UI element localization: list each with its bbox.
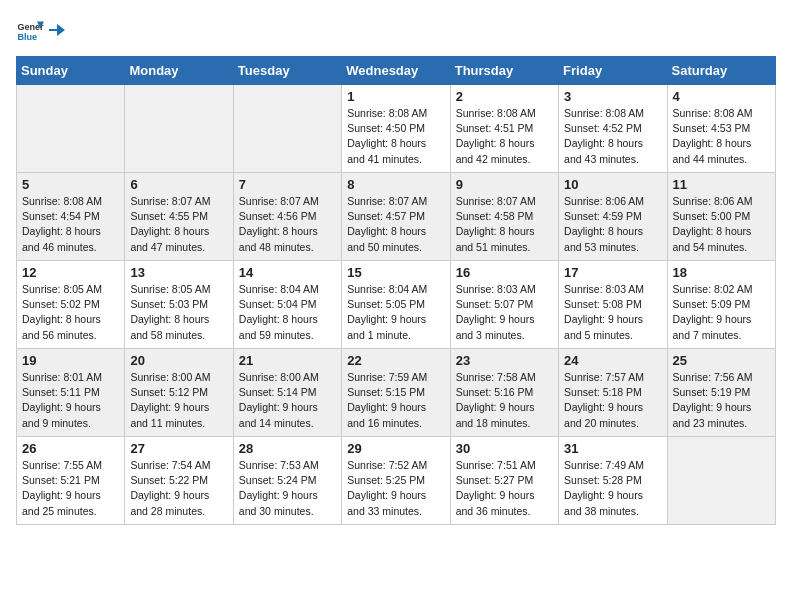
day-number: 1 (347, 89, 444, 104)
day-info: Sunrise: 8:07 AM Sunset: 4:56 PM Dayligh… (239, 194, 336, 255)
day-info: Sunrise: 8:08 AM Sunset: 4:54 PM Dayligh… (22, 194, 119, 255)
day-info: Sunrise: 8:00 AM Sunset: 5:14 PM Dayligh… (239, 370, 336, 431)
day-info: Sunrise: 7:54 AM Sunset: 5:22 PM Dayligh… (130, 458, 227, 519)
day-info: Sunrise: 8:08 AM Sunset: 4:50 PM Dayligh… (347, 106, 444, 167)
day-cell: 28Sunrise: 7:53 AM Sunset: 5:24 PM Dayli… (233, 437, 341, 525)
day-number: 11 (673, 177, 770, 192)
day-number: 27 (130, 441, 227, 456)
header-day-wednesday: Wednesday (342, 57, 450, 85)
day-number: 6 (130, 177, 227, 192)
header-day-thursday: Thursday (450, 57, 558, 85)
day-info: Sunrise: 7:49 AM Sunset: 5:28 PM Dayligh… (564, 458, 661, 519)
day-cell: 15Sunrise: 8:04 AM Sunset: 5:05 PM Dayli… (342, 261, 450, 349)
day-info: Sunrise: 8:05 AM Sunset: 5:02 PM Dayligh… (22, 282, 119, 343)
day-number: 14 (239, 265, 336, 280)
day-cell: 13Sunrise: 8:05 AM Sunset: 5:03 PM Dayli… (125, 261, 233, 349)
day-cell: 18Sunrise: 8:02 AM Sunset: 5:09 PM Dayli… (667, 261, 775, 349)
day-info: Sunrise: 8:07 AM Sunset: 4:55 PM Dayligh… (130, 194, 227, 255)
week-row-1: 1Sunrise: 8:08 AM Sunset: 4:50 PM Daylig… (17, 85, 776, 173)
day-cell: 27Sunrise: 7:54 AM Sunset: 5:22 PM Dayli… (125, 437, 233, 525)
day-number: 28 (239, 441, 336, 456)
day-cell (17, 85, 125, 173)
day-cell: 1Sunrise: 8:08 AM Sunset: 4:50 PM Daylig… (342, 85, 450, 173)
day-cell: 21Sunrise: 8:00 AM Sunset: 5:14 PM Dayli… (233, 349, 341, 437)
day-cell: 20Sunrise: 8:00 AM Sunset: 5:12 PM Dayli… (125, 349, 233, 437)
day-number: 7 (239, 177, 336, 192)
day-number: 3 (564, 89, 661, 104)
logo: General Blue (16, 16, 66, 44)
calendar-body: 1Sunrise: 8:08 AM Sunset: 4:50 PM Daylig… (17, 85, 776, 525)
day-info: Sunrise: 8:04 AM Sunset: 5:05 PM Dayligh… (347, 282, 444, 343)
day-cell: 10Sunrise: 8:06 AM Sunset: 4:59 PM Dayli… (559, 173, 667, 261)
day-cell: 25Sunrise: 7:56 AM Sunset: 5:19 PM Dayli… (667, 349, 775, 437)
day-info: Sunrise: 7:56 AM Sunset: 5:19 PM Dayligh… (673, 370, 770, 431)
svg-text:Blue: Blue (17, 32, 37, 42)
day-cell: 29Sunrise: 7:52 AM Sunset: 5:25 PM Dayli… (342, 437, 450, 525)
day-cell: 8Sunrise: 8:07 AM Sunset: 4:57 PM Daylig… (342, 173, 450, 261)
day-number: 23 (456, 353, 553, 368)
day-number: 13 (130, 265, 227, 280)
day-cell: 14Sunrise: 8:04 AM Sunset: 5:04 PM Dayli… (233, 261, 341, 349)
week-row-3: 12Sunrise: 8:05 AM Sunset: 5:02 PM Dayli… (17, 261, 776, 349)
day-cell: 2Sunrise: 8:08 AM Sunset: 4:51 PM Daylig… (450, 85, 558, 173)
day-info: Sunrise: 7:55 AM Sunset: 5:21 PM Dayligh… (22, 458, 119, 519)
day-number: 19 (22, 353, 119, 368)
day-info: Sunrise: 7:52 AM Sunset: 5:25 PM Dayligh… (347, 458, 444, 519)
header: General Blue (16, 16, 776, 44)
day-number: 29 (347, 441, 444, 456)
day-number: 2 (456, 89, 553, 104)
day-number: 26 (22, 441, 119, 456)
day-cell: 11Sunrise: 8:06 AM Sunset: 5:00 PM Dayli… (667, 173, 775, 261)
day-cell: 17Sunrise: 8:03 AM Sunset: 5:08 PM Dayli… (559, 261, 667, 349)
day-cell: 12Sunrise: 8:05 AM Sunset: 5:02 PM Dayli… (17, 261, 125, 349)
day-number: 12 (22, 265, 119, 280)
day-cell: 22Sunrise: 7:59 AM Sunset: 5:15 PM Dayli… (342, 349, 450, 437)
day-info: Sunrise: 8:07 AM Sunset: 4:58 PM Dayligh… (456, 194, 553, 255)
day-info: Sunrise: 8:01 AM Sunset: 5:11 PM Dayligh… (22, 370, 119, 431)
day-cell (667, 437, 775, 525)
day-cell: 26Sunrise: 7:55 AM Sunset: 5:21 PM Dayli… (17, 437, 125, 525)
calendar-header: SundayMondayTuesdayWednesdayThursdayFrid… (17, 57, 776, 85)
day-cell: 30Sunrise: 7:51 AM Sunset: 5:27 PM Dayli… (450, 437, 558, 525)
day-number: 18 (673, 265, 770, 280)
day-number: 5 (22, 177, 119, 192)
day-number: 17 (564, 265, 661, 280)
day-number: 15 (347, 265, 444, 280)
day-number: 25 (673, 353, 770, 368)
header-day-monday: Monday (125, 57, 233, 85)
day-cell: 16Sunrise: 8:03 AM Sunset: 5:07 PM Dayli… (450, 261, 558, 349)
day-cell: 5Sunrise: 8:08 AM Sunset: 4:54 PM Daylig… (17, 173, 125, 261)
day-cell: 3Sunrise: 8:08 AM Sunset: 4:52 PM Daylig… (559, 85, 667, 173)
day-cell: 7Sunrise: 8:07 AM Sunset: 4:56 PM Daylig… (233, 173, 341, 261)
week-row-2: 5Sunrise: 8:08 AM Sunset: 4:54 PM Daylig… (17, 173, 776, 261)
day-info: Sunrise: 8:02 AM Sunset: 5:09 PM Dayligh… (673, 282, 770, 343)
day-info: Sunrise: 8:04 AM Sunset: 5:04 PM Dayligh… (239, 282, 336, 343)
day-number: 9 (456, 177, 553, 192)
day-number: 10 (564, 177, 661, 192)
header-row: SundayMondayTuesdayWednesdayThursdayFrid… (17, 57, 776, 85)
day-info: Sunrise: 8:07 AM Sunset: 4:57 PM Dayligh… (347, 194, 444, 255)
day-cell: 31Sunrise: 7:49 AM Sunset: 5:28 PM Dayli… (559, 437, 667, 525)
week-row-4: 19Sunrise: 8:01 AM Sunset: 5:11 PM Dayli… (17, 349, 776, 437)
day-info: Sunrise: 8:08 AM Sunset: 4:51 PM Dayligh… (456, 106, 553, 167)
day-cell (125, 85, 233, 173)
day-cell: 19Sunrise: 8:01 AM Sunset: 5:11 PM Dayli… (17, 349, 125, 437)
day-cell: 23Sunrise: 7:58 AM Sunset: 5:16 PM Dayli… (450, 349, 558, 437)
day-number: 8 (347, 177, 444, 192)
day-number: 24 (564, 353, 661, 368)
day-info: Sunrise: 7:51 AM Sunset: 5:27 PM Dayligh… (456, 458, 553, 519)
day-info: Sunrise: 8:03 AM Sunset: 5:08 PM Dayligh… (564, 282, 661, 343)
day-info: Sunrise: 8:08 AM Sunset: 4:52 PM Dayligh… (564, 106, 661, 167)
day-info: Sunrise: 8:00 AM Sunset: 5:12 PM Dayligh… (130, 370, 227, 431)
logo-icon: General Blue (16, 16, 44, 44)
day-number: 4 (673, 89, 770, 104)
day-cell: 24Sunrise: 7:57 AM Sunset: 5:18 PM Dayli… (559, 349, 667, 437)
day-info: Sunrise: 8:06 AM Sunset: 5:00 PM Dayligh… (673, 194, 770, 255)
header-day-sunday: Sunday (17, 57, 125, 85)
day-number: 30 (456, 441, 553, 456)
day-info: Sunrise: 8:08 AM Sunset: 4:53 PM Dayligh… (673, 106, 770, 167)
header-day-saturday: Saturday (667, 57, 775, 85)
header-day-friday: Friday (559, 57, 667, 85)
header-day-tuesday: Tuesday (233, 57, 341, 85)
day-info: Sunrise: 7:53 AM Sunset: 5:24 PM Dayligh… (239, 458, 336, 519)
